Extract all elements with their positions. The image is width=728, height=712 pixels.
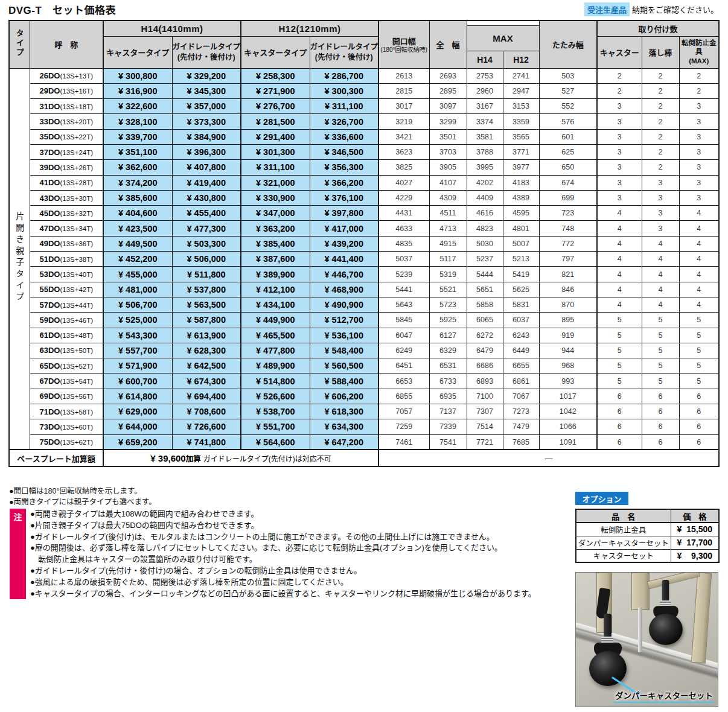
table-row: 71DO(13S+58T)¥ 629,000¥ 708,600¥ 538,700… [9, 404, 719, 419]
price-cell: ¥ 490,900 [310, 297, 378, 312]
base-plate-label: ベースプレート加算額 [9, 450, 103, 466]
option-name: 転倒防止金具 [576, 523, 671, 536]
price-cell: ¥ 543,300 [103, 328, 172, 343]
dimension-cell: 3565 [503, 129, 539, 144]
dimension-cell: 4595 [503, 206, 539, 221]
price-cell: ¥ 446,700 [310, 267, 378, 282]
count-cell: 6 [679, 434, 719, 450]
dimension-cell: 3421 [378, 129, 429, 144]
price-cell: ¥ 412,100 [241, 282, 310, 297]
count-cell: 4 [597, 282, 642, 297]
dimension-cell: 5651 [467, 282, 503, 297]
count-cell: 3 [597, 144, 642, 159]
dimension-cell: 6065 [467, 313, 503, 328]
count-cell: 6 [597, 389, 642, 404]
count-cell: 4 [679, 252, 719, 267]
model-name: 65DO(13S+52T) [30, 358, 103, 373]
count-cell: 6 [679, 404, 719, 419]
dimension-cell: 6653 [378, 373, 429, 389]
count-cell: 3 [679, 114, 719, 129]
count-cell: 4 [679, 221, 719, 236]
table-row: 39DO(13S+26T)¥ 362,600¥ 407,800¥ 311,100… [9, 160, 719, 175]
dimension-cell: 7259 [378, 419, 429, 434]
col-header-name: 呼 称 [30, 21, 103, 68]
price-cell: ¥ 708,600 [172, 404, 241, 419]
dimension-cell: 5037 [378, 252, 429, 267]
price-cell: ¥ 551,700 [241, 419, 310, 434]
price-cell: ¥ 614,800 [103, 389, 172, 404]
catalog-page: DVG-T セット価格表 受注生産品 納期をご確認ください。 タイプ 呼 称 H… [0, 0, 728, 712]
price-cell: ¥ 629,000 [103, 404, 172, 419]
price-cell: ¥ 357,000 [172, 99, 241, 114]
count-cell: 3 [679, 190, 719, 205]
price-table-foot: ベースプレート加算額 ¥ 39,600加算ガイドレールタイプ(先付け)は対応不可… [9, 450, 719, 466]
price-cell: ¥ 613,900 [172, 328, 241, 343]
count-cell: 3 [597, 129, 642, 144]
dimension-cell: 2693 [429, 68, 467, 83]
col-header-caster-h12: キャスタータイプ [241, 36, 310, 68]
dimension-cell: 7514 [467, 419, 503, 434]
count-cell: 4 [597, 297, 642, 312]
dimension-cell: 6479 [467, 343, 503, 358]
footnotes: ●開口幅は180°回転収納時を示します。●両開きタイプには親子タイプも選べます。 [9, 486, 156, 507]
model-name: 26DO(13S+13T) [30, 68, 103, 83]
table-row: 51DO(13S+38T)¥ 452,200¥ 506,000¥ 387,600… [9, 252, 719, 267]
dimension-cell: 895 [539, 313, 597, 328]
count-cell: 6 [642, 419, 679, 434]
dimension-cell: 7721 [467, 434, 503, 450]
table-row: 49DO(13S+36T)¥ 449,500¥ 503,300¥ 385,400… [9, 236, 719, 251]
table-row: 65DO(13S+52T)¥ 571,900¥ 642,500¥ 489,900… [9, 358, 719, 373]
model-name: 71DO(13S+58T) [30, 404, 103, 419]
price-cell: ¥ 506,700 [103, 297, 172, 312]
price-cell: ¥ 618,300 [310, 404, 378, 419]
dimension-cell: 5521 [429, 282, 467, 297]
caution-block: 注 ●両開き親子タイプは最大108Wの範囲内で組み合わせできます。●片開き親子タ… [10, 509, 573, 599]
count-cell: 6 [642, 404, 679, 419]
price-cell: ¥ 373,300 [172, 114, 241, 129]
price-cell: ¥ 281,500 [241, 114, 310, 129]
dimension-cell: 7307 [467, 404, 503, 419]
price-cell: ¥ 276,700 [241, 99, 310, 114]
count-cell: 2 [642, 99, 679, 114]
table-row: 47DO(13S+34T)¥ 423,500¥ 477,300¥ 363,200… [9, 221, 719, 236]
dimension-cell: 3623 [378, 144, 429, 159]
price-cell: ¥ 563,500 [172, 297, 241, 312]
price-cell: ¥ 526,600 [241, 389, 310, 404]
price-cell: ¥ 271,900 [241, 83, 310, 98]
dimension-cell: 5925 [429, 313, 467, 328]
dimension-cell: 4107 [429, 175, 467, 190]
caution-item: ●扉の開閉後は、必ず落し棒を落しパイプにセットしてください。また、必要に応じて転… [30, 542, 573, 554]
dimension-cell: 4616 [467, 206, 503, 221]
price-cell: ¥ 326,700 [310, 114, 378, 129]
price-cell: ¥ 449,900 [241, 313, 310, 328]
col-header-h14: H14(1410mm) [103, 21, 241, 36]
price-cell: ¥ 385,600 [103, 190, 172, 205]
dimension-cell: 748 [539, 221, 597, 236]
price-cell: ¥ 439,200 [310, 236, 378, 251]
price-cell: ¥ 481,000 [103, 282, 172, 297]
model-name: 51DO(13S+38T) [30, 252, 103, 267]
price-cell: ¥ 452,200 [103, 252, 172, 267]
top-bar: DVG-T セット価格表 受注生産品 納期をご確認ください。 [8, 2, 718, 17]
price-table-body: 片開き親子タイプ26DO(13S+13T)¥ 300,800¥ 329,200¥… [9, 68, 719, 450]
count-cell: 4 [642, 282, 679, 297]
count-cell: 4 [679, 236, 719, 251]
options-table-body: 転倒防止金具¥15,500ダンパーキャスターセット¥17,700キャスターセット… [576, 523, 719, 562]
price-cell: ¥ 455,400 [172, 206, 241, 221]
dimension-cell: 4309 [429, 190, 467, 205]
table-row: 57DO(13S+44T)¥ 506,700¥ 563,500¥ 434,100… [9, 297, 719, 312]
dimension-cell: 7541 [429, 434, 467, 450]
price-cell: ¥ 512,700 [310, 313, 378, 328]
model-name: 73DO(13S+60T) [30, 419, 103, 434]
dimension-cell: 1042 [539, 404, 597, 419]
count-cell: 4 [597, 206, 642, 221]
dimension-cell: 3153 [503, 99, 539, 114]
dimension-cell: 7137 [429, 404, 467, 419]
dimension-cell: 993 [539, 373, 597, 389]
option-price: ¥9,300 [671, 549, 719, 562]
price-cell: ¥ 300,300 [310, 83, 378, 98]
dimension-cell: 6127 [429, 328, 467, 343]
dimension-cell: 5831 [503, 297, 539, 312]
model-name: 55DO(13S+42T) [30, 282, 103, 297]
model-name: 45DO(13S+32T) [30, 206, 103, 221]
